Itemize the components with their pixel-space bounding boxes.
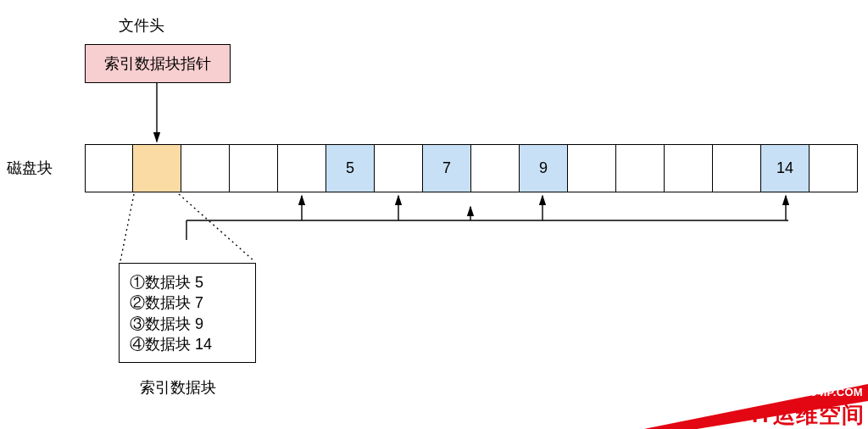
- index-entries-box: ①数据块 5②数据块 7③数据块 9④数据块 14: [119, 263, 256, 363]
- index-box-caption: 索引数据块: [140, 377, 216, 398]
- index-pointer-text: 索引数据块指针: [104, 53, 211, 74]
- data-block-14: 14: [761, 144, 810, 192]
- empty-block: [471, 144, 520, 192]
- file-header-label: 文件头: [119, 15, 164, 36]
- empty-block: [713, 144, 761, 192]
- watermark-main: IT运维空间: [752, 400, 865, 429]
- empty-block: [375, 144, 423, 192]
- watermark-url: WWW.94IP.COM: [776, 386, 863, 398]
- empty-block: [665, 144, 713, 192]
- dotted-right: [179, 194, 254, 261]
- empty-block: [85, 144, 133, 192]
- data-block-7: 7: [423, 144, 471, 192]
- empty-block: [568, 144, 616, 192]
- data-block-5: 5: [326, 144, 375, 192]
- index-pointer-box: 索引数据块指针: [85, 44, 231, 83]
- disk-blocks-label: 磁盘块: [7, 158, 53, 178]
- empty-block: [181, 144, 230, 192]
- index-entry: ②数据块 7: [130, 292, 245, 313]
- index-entry: ③数据块 9: [130, 314, 245, 334]
- dotted-left: [120, 194, 134, 261]
- data-block-9: 9: [520, 144, 568, 192]
- empty-block: [278, 144, 326, 192]
- index-block: [133, 144, 181, 192]
- empty-block: [616, 144, 665, 192]
- empty-block: [230, 144, 278, 192]
- index-entry: ①数据块 5: [130, 272, 245, 292]
- diagram-stage: 文件头 索引数据块指针 磁盘块 57914 ①数据块 5②数据块 7③数据块 9…: [0, 0, 868, 429]
- disk-blocks-row: 57914: [85, 144, 858, 192]
- index-entry: ④数据块 14: [130, 334, 245, 354]
- empty-block: [810, 144, 858, 192]
